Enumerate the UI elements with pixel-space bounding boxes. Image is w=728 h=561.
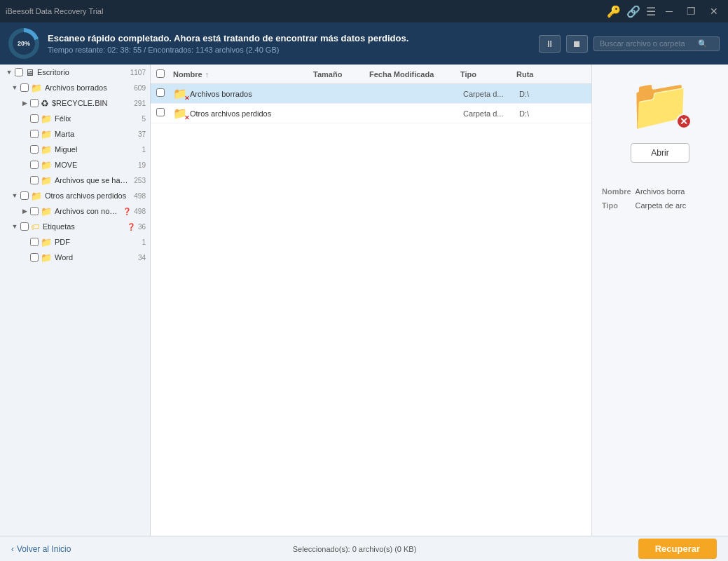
recover-button[interactable]: Recuperar [638, 539, 717, 559]
folder-icon: 📁 [41, 114, 52, 124]
meta-value-type: Carpeta de arc [634, 199, 720, 212]
col-header-type[interactable]: Tipo [460, 70, 516, 79]
cb-felix[interactable] [29, 114, 39, 123]
folder-icon: 📁 [41, 129, 52, 140]
label-archivos-con-nom: Archivos con nom... [55, 207, 121, 215]
preview-panel: 📁 ✕ Abrir Nombre Archivos borra Tipo Car… [591, 65, 728, 536]
sidebar-item-archivos-perdidos-sub[interactable]: 📁 Archivos que se han p... 253 [0, 173, 150, 188]
cb-etiquetas[interactable] [20, 222, 29, 231]
col-header-date[interactable]: Fecha Modificada [369, 70, 460, 79]
cb-archivos-con-nom[interactable] [29, 207, 39, 215]
file-name: Otros archivos perdidos [190, 109, 316, 118]
col-header-size[interactable]: Tamaño [313, 70, 369, 79]
error-badge: ✕ [676, 114, 692, 129]
sidebar-item-pdf[interactable]: 📁 PDF 1 [0, 234, 150, 250]
scan-subtitle: Tiempo restante: 02: 38: 55 / Encontrado… [48, 46, 530, 54]
file-type-icon: 📁 ✕ [173, 87, 187, 100]
meta-row-name: Nombre Archivos borra [600, 185, 720, 198]
expander-icon: ▼ [10, 223, 20, 230]
folder-icon: 📁 [41, 160, 52, 170]
label-miguel: Miguel [55, 145, 139, 154]
label-etiquetas: Etiquetas [43, 222, 125, 231]
table-row[interactable]: 📁 ✕ Otros archivos perdidos Carpeta d...… [151, 104, 591, 123]
icon-menu: ☰ [646, 5, 656, 18]
count-miguel: 1 [142, 146, 146, 154]
row-checkbox[interactable] [156, 108, 165, 116]
sidebar-item-escritorio[interactable]: ▼ 🖥 Escritorio 1107 [0, 65, 150, 80]
count-archivos-borrados: 609 [134, 84, 146, 92]
sidebar-item-miguel[interactable]: 📁 Miguel 1 [0, 142, 150, 157]
cb-otros-archivos[interactable] [20, 191, 29, 200]
file-type: Carpeta d... [463, 90, 519, 98]
label-word: Word [55, 253, 135, 262]
sidebar-item-word[interactable]: 📁 Word 34 [0, 250, 150, 265]
sidebar-item-recycle-bin[interactable]: ▶ ♻ $RECYCLE.BIN 291 [0, 95, 150, 111]
sidebar-item-etiquetas[interactable]: ▼ 🏷 Etiquetas ❓ 36 [0, 219, 150, 234]
file-list-body: 📁 ✕ Archivos borrados Carpeta d... D:\ 📁… [151, 84, 591, 536]
file-name: Archivos borrados [190, 90, 316, 98]
folder-lost-icon: 📁 [31, 191, 42, 201]
count-archivos-perdidos-sub: 253 [134, 177, 146, 184]
count-etiquetas: 36 [138, 223, 146, 231]
folder-icon: 📁 [41, 144, 52, 155]
col-header-path[interactable]: Ruta [516, 70, 586, 79]
meta-table: Nombre Archivos borra Tipo Carpeta de ar… [599, 184, 721, 213]
header: 20% Escaneo rápido completado. Ahora est… [0, 22, 728, 65]
folder-icon: 📁 [41, 175, 52, 186]
row-checkbox[interactable] [156, 88, 165, 97]
sidebar-item-move[interactable]: 📁 MOVE 19 [0, 157, 150, 173]
cb-miguel[interactable] [29, 145, 39, 154]
file-type: Carpeta d... [463, 109, 519, 118]
label-move: MOVE [55, 161, 135, 169]
label-recycle-bin: $RECYCLE.BIN [52, 99, 131, 107]
help-icon: ❓ [127, 223, 135, 231]
recycle-icon: ♻ [41, 98, 49, 109]
cb-move[interactable] [29, 161, 39, 169]
back-arrow-icon: ‹ [11, 544, 14, 554]
scan-title: Escaneo rápido completado. Ahora está tr… [48, 33, 530, 43]
expander-icon: ▼ [10, 84, 20, 91]
cb-archivos-borrados[interactable] [20, 83, 29, 92]
cb-recycle-bin[interactable] [29, 99, 39, 107]
count-archivos-con-nom: 498 [134, 208, 146, 215]
icon-link: 🔗 [626, 5, 640, 18]
sidebar-item-marta[interactable]: 📁 Marta 37 [0, 126, 150, 142]
search-input[interactable] [600, 39, 698, 48]
sidebar-item-felix[interactable]: 📁 Félix 5 [0, 111, 150, 126]
close-button[interactable]: ✕ [706, 4, 722, 18]
label-otros-archivos: Otros archivos perdidos [45, 191, 131, 200]
stop-button[interactable]: ⏹ [566, 35, 588, 53]
search-bar[interactable]: 🔍 [593, 36, 720, 51]
search-icon: 🔍 [698, 39, 708, 48]
table-row[interactable]: 📁 ✕ Archivos borrados Carpeta d... D:\ [151, 84, 591, 104]
label-pdf: PDF [55, 238, 139, 246]
main-area: ▼ 🖥 Escritorio 1107 ▼ 📁 Archivos borrado… [0, 65, 728, 536]
pause-button[interactable]: ⏸ [539, 35, 561, 53]
file-path: D:\ [519, 109, 586, 118]
count-move: 19 [138, 161, 146, 169]
cb-marta[interactable] [29, 130, 39, 138]
folder-deleted-icon: 📁 [31, 83, 42, 93]
count-escritorio: 1107 [130, 69, 146, 76]
cb-escritorio[interactable] [14, 68, 24, 76]
count-word: 34 [138, 254, 146, 262]
select-all-checkbox[interactable] [156, 69, 165, 78]
folder-icon: 📁 [41, 206, 52, 217]
cb-word[interactable] [29, 253, 39, 262]
folder-icon: 📁 [41, 252, 52, 263]
deleted-badge: ✕ [184, 114, 190, 121]
window-controls: 🔑 🔗 ☰ ─ ❐ ✕ [607, 4, 722, 18]
cb-archivos-perdidos-sub[interactable] [29, 176, 39, 184]
cb-pdf[interactable] [29, 238, 39, 246]
sort-arrow-icon: ↑ [205, 70, 210, 79]
col-header-name[interactable]: Nombre ↑ [173, 70, 313, 79]
sidebar-item-archivos-con-nom[interactable]: ▶ 📁 Archivos con nom... ❓ 498 [0, 203, 150, 219]
back-button[interactable]: ‹ Volver al Inicio [11, 544, 71, 554]
selected-info: Seleccionado(s): 0 archivo(s) (0 KB) [293, 545, 417, 553]
restore-button[interactable]: ❐ [682, 4, 700, 18]
minimize-button[interactable]: ─ [661, 4, 677, 18]
app-title: iBeesoft Data Recovery Trial [6, 7, 103, 15]
sidebar-item-otros-archivos[interactable]: ▼ 📁 Otros archivos perdidos 498 [0, 188, 150, 203]
sidebar-item-archivos-borrados[interactable]: ▼ 📁 Archivos borrados 609 [0, 80, 150, 95]
open-button[interactable]: Abrir [631, 143, 689, 163]
